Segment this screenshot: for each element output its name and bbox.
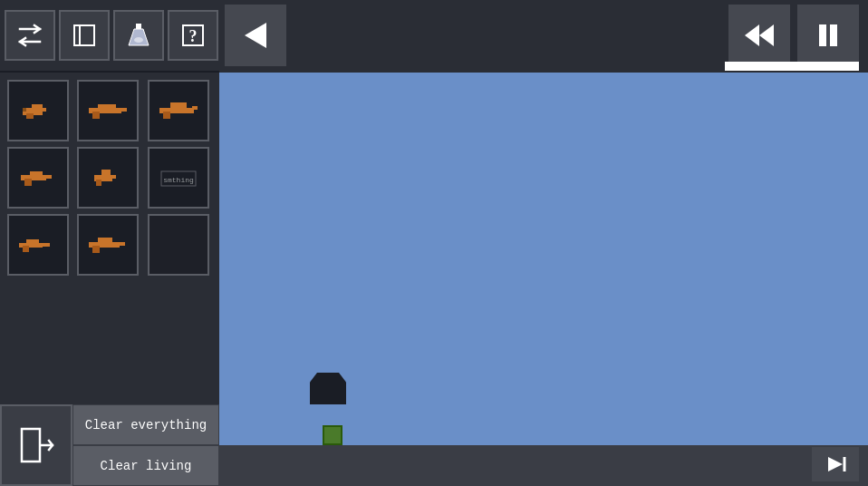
svg-point-3 <box>134 37 143 43</box>
pause-button[interactable] <box>797 5 859 66</box>
svg-rect-35 <box>24 179 32 186</box>
svg-rect-52 <box>24 431 38 460</box>
svg-rect-46 <box>41 243 50 247</box>
svg-rect-24 <box>23 108 26 112</box>
svg-rect-26 <box>98 104 116 110</box>
svg-marker-53 <box>828 457 843 471</box>
svg-rect-39 <box>96 180 101 186</box>
svg-rect-23 <box>41 108 46 112</box>
svg-rect-10 <box>830 24 837 46</box>
potion-button[interactable] <box>113 10 164 61</box>
rewind-button[interactable] <box>728 5 790 66</box>
svg-rect-30 <box>170 102 187 110</box>
clear-living-button[interactable]: Clear living <box>72 445 219 486</box>
svg-marker-6 <box>245 23 266 48</box>
toolbar: ? <box>0 0 219 73</box>
exit-button[interactable] <box>0 404 72 486</box>
svg-rect-2 <box>136 24 141 29</box>
item-slot-6[interactable]: smthing <box>148 147 209 209</box>
clear-everything-button[interactable]: Clear everything <box>72 404 219 445</box>
help-button[interactable]: ? <box>168 10 218 61</box>
svg-rect-22 <box>26 113 34 119</box>
svg-rect-38 <box>101 170 111 177</box>
item-slot-7[interactable] <box>7 214 69 276</box>
entity-silhouette <box>310 373 346 404</box>
svg-rect-40 <box>111 175 116 179</box>
svg-rect-50 <box>118 242 125 246</box>
svg-rect-27 <box>92 112 100 119</box>
bottom-left-area: Clear everything Clear living <box>0 404 219 486</box>
swap-button[interactable] <box>5 10 55 61</box>
ground <box>219 445 868 486</box>
item-slot-4[interactable] <box>7 147 69 209</box>
svg-rect-44 <box>26 239 39 245</box>
svg-rect-36 <box>44 175 52 179</box>
svg-rect-45 <box>23 246 29 252</box>
svg-rect-0 <box>74 25 94 45</box>
svg-text:?: ? <box>189 27 198 45</box>
svg-text:smthing: smthing <box>163 176 194 184</box>
svg-rect-32 <box>192 106 198 110</box>
svg-rect-49 <box>92 246 100 253</box>
item-slot-5[interactable] <box>77 147 139 209</box>
entity-interact-button[interactable] <box>812 447 859 481</box>
game-canvas[interactable] <box>219 73 868 445</box>
top-right-controls <box>728 5 859 66</box>
item-slot-8[interactable] <box>77 214 139 276</box>
svg-rect-31 <box>163 112 170 119</box>
item-slot-1[interactable] <box>7 80 69 141</box>
back-button[interactable] <box>225 5 286 66</box>
item-grid: smthing <box>0 73 219 283</box>
item-slot-9[interactable] <box>148 214 209 276</box>
svg-rect-28 <box>120 108 127 112</box>
unknown-button[interactable] <box>59 10 110 61</box>
svg-rect-48 <box>98 238 112 244</box>
entity-object <box>323 425 342 445</box>
progress-bar <box>725 62 859 71</box>
context-menu: Clear everything Clear living <box>72 404 219 486</box>
svg-marker-7 <box>745 24 759 46</box>
svg-rect-9 <box>819 24 826 46</box>
progress-bar-container <box>725 62 859 71</box>
item-slot-3[interactable] <box>148 80 209 141</box>
item-slot-2[interactable] <box>77 80 139 141</box>
svg-rect-34 <box>30 171 43 177</box>
svg-marker-8 <box>759 24 774 46</box>
